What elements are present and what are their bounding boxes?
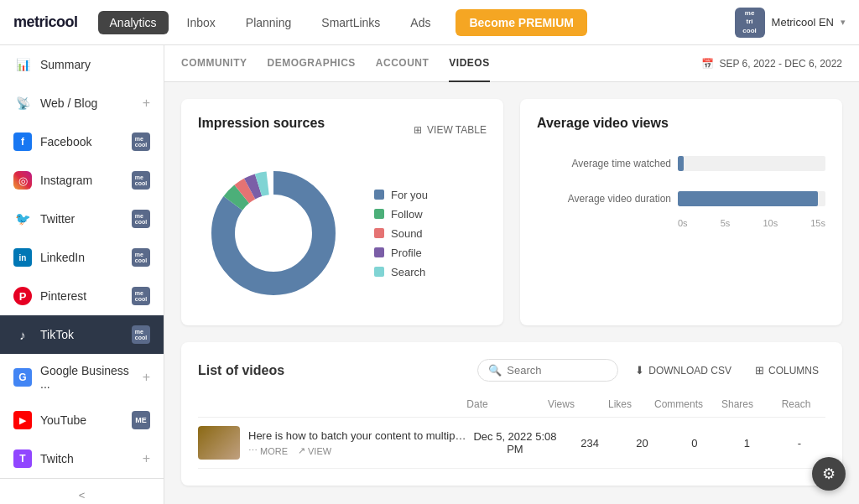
premium-button[interactable]: Become PREMIUM xyxy=(456,9,586,36)
avatar: metricool xyxy=(735,8,765,38)
legend-label: Search xyxy=(391,266,425,278)
sidebar-item-summary[interactable]: 📊 Summary xyxy=(0,45,164,84)
bar-row-video-duration: Average video duration xyxy=(537,191,825,206)
bar-label: Average video duration xyxy=(537,193,671,205)
card-header: Impression sources ⊞ VIEW TABLE xyxy=(198,116,487,144)
x-label: 5s xyxy=(721,218,731,228)
twitter-account-avatar: mecool xyxy=(132,210,150,228)
bar-fill xyxy=(678,156,684,171)
video-date: Dec 5, 2022 5:08 PM xyxy=(466,430,564,455)
x-axis: 0s 5s 10s 15s xyxy=(537,218,825,228)
instagram-account-avatar: mecool xyxy=(132,171,150,190)
legend-dot xyxy=(374,228,384,238)
subtabs-bar: COMMUNITY DEMOGRAPHICS ACCOUNT VIDEOS 📅 … xyxy=(164,45,859,82)
columns-label: COLUMNS xyxy=(768,365,819,377)
more-button[interactable]: ⋯ MORE xyxy=(248,445,288,456)
video-views: 234 xyxy=(564,437,616,449)
header-reach: Reach xyxy=(767,398,825,410)
legend-label: For you xyxy=(391,189,428,201)
sidebar-item-tiktok[interactable]: ♪ TikTok mecool xyxy=(0,315,164,354)
legend-dot xyxy=(374,190,384,200)
external-link-icon: ↗ xyxy=(298,445,305,456)
avg-video-views-card: Average video views Average time watched xyxy=(520,99,842,325)
add-icon[interactable]: + xyxy=(143,370,150,385)
sidebar: 📊 Summary 📡 Web / Blog + f Facebook meco… xyxy=(0,45,164,504)
tab-demographics[interactable]: DEMOGRAPHICS xyxy=(268,45,356,82)
sidebar-label: Pinterest xyxy=(40,289,123,303)
sidebar-label: LinkedIn xyxy=(40,251,123,264)
view-label: VIEW xyxy=(308,446,331,456)
bar-chart: Average time watched Average video durat… xyxy=(537,148,825,215)
view-table-label: VIEW TABLE xyxy=(427,124,487,136)
topnav: metricool Analytics Inbox Planning Smart… xyxy=(0,0,859,45)
sidebar-item-web-blog[interactable]: 📡 Web / Blog + xyxy=(0,84,164,122)
search-input[interactable] xyxy=(507,364,607,377)
tab-account[interactable]: ACCOUNT xyxy=(376,45,430,82)
video-likes: 20 xyxy=(616,437,668,449)
sidebar-item-linkedin[interactable]: in LinkedIn mecool xyxy=(0,238,164,277)
x-label: 15s xyxy=(810,218,825,228)
add-icon[interactable]: + xyxy=(143,451,150,466)
video-reach: - xyxy=(773,437,825,449)
table-row: Here is how to batch your content to mul… xyxy=(198,418,825,469)
date-range[interactable]: 📅 SEP 6, 2022 - DEC 6, 2022 xyxy=(701,58,842,70)
videos-header: List of videos 🔍 ⬇ DOWNLOAD CSV ⊞ COLUMN… xyxy=(198,359,825,382)
sidebar-collapse-button[interactable]: < xyxy=(0,478,164,504)
sidebar-item-twitch[interactable]: T Twitch + xyxy=(0,439,164,478)
legend-profile: Profile xyxy=(374,247,428,259)
pinterest-account-avatar: mecool xyxy=(132,287,150,305)
sidebar-item-google-business[interactable]: G Google Business ... + xyxy=(0,354,164,401)
header-likes: Likes xyxy=(591,398,649,410)
video-actions: ⋯ MORE ↗ VIEW xyxy=(248,445,466,456)
videos-list-card: List of videos 🔍 ⬇ DOWNLOAD CSV ⊞ COLUMN… xyxy=(181,342,842,486)
gear-icon: ⚙ xyxy=(822,465,836,483)
add-icon[interactable]: + xyxy=(143,96,150,111)
impression-sources-card: Impression sources ⊞ VIEW TABLE xyxy=(181,99,503,325)
nav-ads[interactable]: Ads xyxy=(398,11,442,34)
nav-inbox[interactable]: Inbox xyxy=(175,11,227,34)
sidebar-item-facebook[interactable]: f Facebook mecool xyxy=(0,122,164,161)
sidebar-item-instagram[interactable]: ◎ Instagram mecool xyxy=(0,161,164,200)
sidebar-label: Google Business ... xyxy=(40,364,134,391)
twitter-icon: 🐦 xyxy=(13,210,32,228)
search-box[interactable]: 🔍 xyxy=(477,359,618,382)
facebook-account-avatar: mecool xyxy=(132,132,150,151)
video-title: Here is how to batch your content to mul… xyxy=(248,429,466,442)
header-date: Date xyxy=(423,398,532,410)
main-content: COMMUNITY DEMOGRAPHICS ACCOUNT VIDEOS 📅 … xyxy=(164,45,859,504)
nav-planning[interactable]: Planning xyxy=(234,11,304,34)
sidebar-item-youtube[interactable]: ▶ YouTube ME xyxy=(0,401,164,439)
tab-videos[interactable]: VIDEOS xyxy=(449,45,489,82)
nav-analytics[interactable]: Analytics xyxy=(98,11,169,34)
download-csv-button[interactable]: ⬇ DOWNLOAD CSV xyxy=(628,360,738,381)
legend-label: Follow xyxy=(391,208,423,221)
video-thumbnail xyxy=(198,426,240,460)
header-title xyxy=(198,398,423,410)
avg-card-title: Average video views xyxy=(537,116,669,130)
tiktok-icon: ♪ xyxy=(13,325,32,344)
linkedin-icon: in xyxy=(13,248,32,267)
columns-button[interactable]: ⊞ COLUMNS xyxy=(748,360,825,381)
bar-track xyxy=(678,191,825,206)
twitch-icon: T xyxy=(13,449,32,468)
table-icon: ⊞ xyxy=(414,124,422,136)
sidebar-item-twitter[interactable]: 🐦 Twitter mecool xyxy=(0,200,164,238)
sidebar-item-pinterest[interactable]: P Pinterest mecool xyxy=(0,277,164,315)
sidebar-label: YouTube xyxy=(40,413,123,427)
chevron-down-icon: ▾ xyxy=(841,17,846,28)
calendar-icon: 📅 xyxy=(701,58,714,70)
view-table-button[interactable]: ⊞ VIEW TABLE xyxy=(414,124,487,136)
tiktok-account-avatar: mecool xyxy=(132,325,150,344)
bar-fill xyxy=(678,191,818,206)
view-button[interactable]: ↗ VIEW xyxy=(298,445,331,456)
settings-fab[interactable]: ⚙ xyxy=(812,457,846,491)
summary-icon: 📊 xyxy=(13,55,32,74)
impression-card-title: Impression sources xyxy=(198,116,325,131)
account-area: metricool Metricool EN ▾ xyxy=(735,8,846,38)
columns-icon: ⊞ xyxy=(755,364,764,377)
chart-legend: For you Follow Sound xyxy=(374,189,428,278)
instagram-icon: ◎ xyxy=(13,171,32,190)
nav-smartlinks[interactable]: SmartLinks xyxy=(310,11,392,34)
tab-community[interactable]: COMMUNITY xyxy=(181,45,247,82)
bar-label: Average time watched xyxy=(537,158,671,169)
